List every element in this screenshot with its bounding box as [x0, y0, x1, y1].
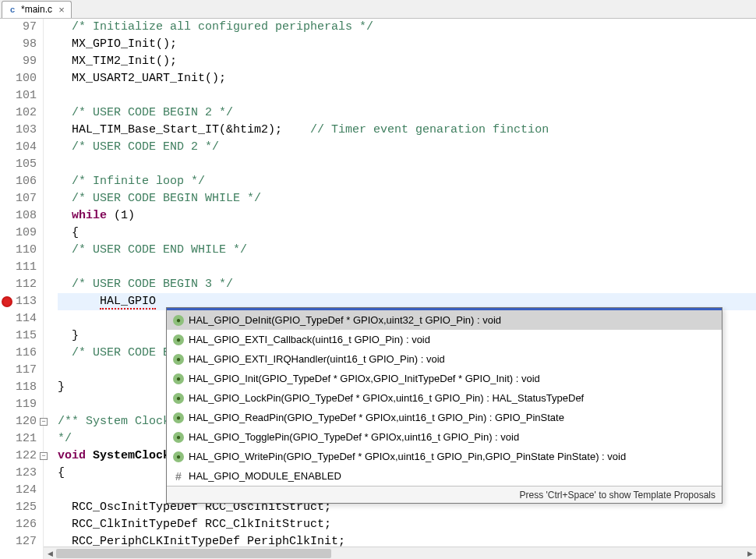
- autocomplete-item-label: HAL_GPIO_Init(GPIO_TypeDef * GPIOx,GPIO_…: [189, 373, 540, 384]
- error-marker-icon: [2, 296, 12, 307]
- gutter-line: 109: [0, 225, 37, 242]
- autocomplete-popup: ●HAL_GPIO_DeInit(GPIO_TypeDef * GPIOx,ui…: [166, 307, 722, 504]
- gutter-line: 104: [0, 139, 37, 156]
- comment-token: /* USER CODE BEGIN 3 */: [72, 278, 233, 291]
- comment-token: // Timer event genaration finction: [310, 123, 549, 136]
- autocomplete-item[interactable]: ●HAL_GPIO_EXTI_Callback(uint16_t GPIO_Pi…: [167, 330, 722, 349]
- code-line[interactable]: HAL_TIM_Base_Start_IT(&htim2); // Timer …: [58, 122, 756, 139]
- gutter-line: 113: [0, 293, 37, 310]
- gutter-line: 107: [0, 190, 37, 207]
- code-line[interactable]: {: [58, 225, 756, 242]
- code-line[interactable]: [58, 259, 756, 276]
- autocomplete-item[interactable]: ●HAL_GPIO_ReadPin(GPIO_TypeDef * GPIOx,u…: [167, 408, 722, 427]
- tab-bar: c *main.c ×: [0, 0, 756, 19]
- autocomplete-item-label: HAL_GPIO_EXTI_IRQHandler(uint16_t GPIO_P…: [189, 353, 445, 365]
- define-icon: #: [173, 471, 184, 482]
- autocomplete-status: Press 'Ctrl+Space' to show Template Prop…: [167, 486, 722, 503]
- gutter-line: 119: [0, 396, 37, 413]
- autocomplete-item-label: HAL_GPIO_ReadPin(GPIO_TypeDef * GPIOx,ui…: [189, 412, 564, 423]
- autocomplete-item[interactable]: ●HAL_GPIO_LockPin(GPIO_TypeDef * GPIOx,u…: [167, 388, 722, 408]
- autocomplete-status-text: Press 'Ctrl+Space' to show Template Prop…: [520, 490, 715, 501]
- method-icon: ●: [173, 432, 184, 443]
- code-line[interactable]: RCC_ClkInitTypeDef RCC_ClkInitStruct;: [58, 516, 756, 533]
- code-line[interactable]: /* USER CODE BEGIN 3 */: [58, 276, 756, 293]
- autocomplete-item[interactable]: ●HAL_GPIO_TogglePin(GPIO_TypeDef * GPIOx…: [167, 427, 722, 447]
- tab-main-c[interactable]: c *main.c ×: [2, 1, 72, 18]
- gutter-line: 106: [0, 173, 37, 190]
- tab-label: *main.c: [21, 4, 52, 15]
- code-line[interactable]: /* USER CODE END WHILE */: [58, 242, 756, 259]
- close-icon[interactable]: ×: [57, 5, 66, 14]
- autocomplete-list: ●HAL_GPIO_DeInit(GPIO_TypeDef * GPIOx,ui…: [167, 310, 722, 486]
- autocomplete-item-label: HAL_GPIO_MODULE_ENABLED: [189, 470, 341, 482]
- gutter-line: 124: [0, 482, 37, 499]
- code-line[interactable]: MX_TIM2_Init();: [58, 53, 756, 70]
- gutter-line: 108: [0, 207, 37, 225]
- code-line[interactable]: [58, 87, 756, 104]
- gutter-line: 122−: [0, 448, 37, 465]
- autocomplete-item[interactable]: ●HAL_GPIO_Init(GPIO_TypeDef * GPIOx,GPIO…: [167, 369, 722, 388]
- code-line[interactable]: /* USER CODE END 2 */: [58, 139, 756, 156]
- gutter-line: 112: [0, 276, 37, 293]
- gutter-line: 105: [0, 156, 37, 173]
- method-icon: ●: [173, 412, 184, 423]
- gutter-line: 99: [0, 53, 37, 70]
- gutter-line: 120−: [0, 413, 37, 430]
- code-line[interactable]: /* Infinite loop */: [58, 173, 756, 190]
- autocomplete-item[interactable]: ●HAL_GPIO_WritePin(GPIO_TypeDef * GPIOx,…: [167, 447, 722, 466]
- comment-token: */: [58, 432, 72, 445]
- gutter-line: 114: [0, 310, 37, 327]
- autocomplete-item-label: HAL_GPIO_TogglePin(GPIO_TypeDef * GPIOx,…: [189, 431, 519, 443]
- scroll-right-icon[interactable]: ▶: [744, 547, 756, 560]
- gutter-line: 125: [0, 499, 37, 516]
- horizontal-scrollbar[interactable]: ◀ ▶: [44, 547, 756, 559]
- method-icon: ●: [173, 315, 184, 326]
- collapse-toggle-icon[interactable]: −: [40, 452, 48, 460]
- comment-token: /* USER CODE END 2 */: [72, 140, 219, 154]
- code-line[interactable]: /* USER CODE BEGIN WHILE */: [58, 190, 756, 207]
- comment-token: /* USER CODE BEGIN 2 */: [72, 106, 233, 119]
- method-icon: ●: [173, 334, 184, 345]
- gutter-line: 126: [0, 516, 37, 533]
- gutter-line: 111: [0, 259, 37, 276]
- gutter-line: 121: [0, 430, 37, 448]
- code-line[interactable]: MX_USART2_UART_Init();: [58, 70, 756, 87]
- code-line[interactable]: /* USER CODE BEGIN 2 */: [58, 104, 756, 122]
- method-icon: ●: [173, 373, 184, 384]
- autocomplete-item-label: HAL_GPIO_LockPin(GPIO_TypeDef * GPIOx,ui…: [189, 392, 584, 404]
- autocomplete-item-label: HAL_GPIO_WritePin(GPIO_TypeDef * GPIOx,u…: [189, 451, 626, 462]
- gutter-line: 102: [0, 104, 37, 122]
- squiggle-token: HAL_GPIO: [100, 295, 156, 310]
- gutter-line: 110: [0, 242, 37, 259]
- gutter-line: 98: [0, 36, 37, 53]
- collapse-toggle-icon[interactable]: −: [40, 418, 48, 426]
- gutter-line: 123: [0, 465, 37, 482]
- method-icon: ●: [173, 393, 184, 404]
- comment-token: /* Initialize all configured peripherals…: [72, 20, 373, 34]
- autocomplete-item[interactable]: #HAL_GPIO_MODULE_ENABLED: [167, 466, 722, 486]
- scroll-thumb[interactable]: [56, 549, 331, 558]
- comment-token: /* USER CODE BEGIN WHILE */: [72, 192, 261, 205]
- autocomplete-item[interactable]: ●HAL_GPIO_DeInit(GPIO_TypeDef * GPIOx,ui…: [167, 310, 722, 330]
- method-icon: ●: [173, 354, 184, 365]
- method-icon: ●: [173, 451, 184, 462]
- scroll-track[interactable]: [56, 547, 744, 559]
- gutter-line: 118: [0, 379, 37, 396]
- autocomplete-item[interactable]: ●HAL_GPIO_EXTI_IRQHandler(uint16_t GPIO_…: [167, 349, 722, 369]
- comment-token: /* Infinite loop */: [72, 175, 205, 188]
- gutter-line: 116: [0, 345, 37, 362]
- code-line[interactable]: MX_GPIO_Init();: [58, 36, 756, 53]
- scroll-left-icon[interactable]: ◀: [44, 547, 56, 560]
- autocomplete-item-label: HAL_GPIO_DeInit(GPIO_TypeDef * GPIOx,uin…: [189, 314, 501, 326]
- code-line[interactable]: /* Initialize all configured peripherals…: [58, 19, 756, 36]
- gutter-line: 97: [0, 19, 37, 36]
- gutter-line: 117: [0, 362, 37, 379]
- gutter-line: 103: [0, 122, 37, 139]
- code-line[interactable]: [58, 156, 756, 173]
- gutter-line: 127: [0, 533, 37, 550]
- code-line[interactable]: while (1): [58, 207, 756, 225]
- gutter-line: 100: [0, 70, 37, 87]
- line-gutter: 9798991001011021031041051061071081091101…: [0, 19, 44, 559]
- gutter-line: 115: [0, 327, 37, 345]
- keyword-token: while: [72, 209, 107, 222]
